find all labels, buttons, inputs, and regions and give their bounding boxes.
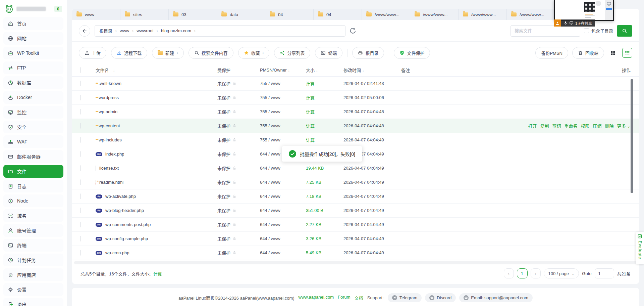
back-button[interactable] [79,25,90,37]
sidebar-item-database[interactable]: 数据库 [3,76,63,89]
recycle-bin-button[interactable]: 回收站 [572,47,604,59]
include-subdir-checkbox[interactable] [584,28,589,33]
file-size[interactable]: 5.49 KB [306,250,343,255]
sidebar-item-logout[interactable]: 退出 [3,298,63,306]
support-pill[interactable]: Discord [425,293,456,302]
file-size[interactable]: 计算 [306,94,343,101]
sidebar-item-terminal[interactable]: 终端 [3,239,63,252]
path-tab[interactable]: 04 [314,9,362,20]
row-action-2[interactable]: 复制 [540,123,549,129]
table-row[interactable]: readme.html 未保护 644 / www 7.25 KB 2026-0… [72,175,639,189]
path-tab[interactable]: /www/www... [459,9,507,20]
row-checkbox[interactable] [80,250,81,256]
root-directory-button[interactable]: 根目录 [352,47,384,59]
table-row[interactable]: .well-known 未保护 755 / www 计算 2026-04-07 … [72,77,639,91]
file-size[interactable]: 计算 [306,108,343,115]
sort-icon[interactable]: ↓ [113,68,115,72]
path-tab[interactable]: www [72,9,120,20]
list-view-button[interactable] [622,48,632,58]
path-tab[interactable]: sites [120,9,169,20]
upload-button[interactable]: 上传 [79,47,106,59]
table-row[interactable]: wp-admin 未保护 755 / www 计算 2026-04-07 04:… [72,105,639,119]
share-preview-thumbnail[interactable] [554,0,614,21]
goto-page-input[interactable] [595,268,614,278]
remote-download-button[interactable]: 远程下载 [111,47,147,59]
row-checkbox[interactable] [80,109,81,115]
compute-size-link[interactable]: 计算 [153,271,162,276]
table-row[interactable]: php wp-cron.php 未保护 644 / www 5.49 KB 20… [72,246,639,260]
footer-link[interactable]: Forum [338,295,351,301]
table-row[interactable]: php wp-config-sample.php 未保护 644 / www 3… [72,232,639,246]
file-name[interactable]: wp-content [99,123,120,128]
new-button[interactable]: 新建› [152,47,184,59]
terminal-button[interactable]: 终端 [315,47,342,59]
row-checkbox[interactable] [80,151,81,157]
file-size[interactable]: 7.25 KB [306,180,343,185]
table-row[interactable]: php wp-activate.php 未保护 644 / www 7.18 K… [72,189,639,204]
row-checkbox[interactable] [80,222,81,227]
sidebar-item-ftp[interactable]: FTP [3,61,63,74]
path-tab[interactable]: 04 [265,9,314,20]
footer-link[interactable]: www.aapanel.com [299,295,334,301]
path-tab[interactable]: /www/www... [362,9,410,20]
select-all-checkbox[interactable] [80,67,81,73]
share-list-button[interactable]: 分享列表 [274,47,310,59]
refresh-icon[interactable] [349,27,357,35]
sidebar-item-node[interactable]: Node [3,194,63,207]
sidebar-item-mail-server[interactable]: 邮件服务器 [3,150,63,163]
file-size[interactable]: 2.27 KB [306,222,343,227]
sidebar-item-account[interactable]: 账号管理 [3,224,63,237]
sidebar-item-files[interactable]: 文件 [3,165,63,178]
file-name[interactable]: license.txt [99,166,119,171]
current-page-button[interactable]: 1 [517,268,528,278]
sidebar-item-app-store[interactable]: 应用商店 [3,268,63,281]
favorites-button[interactable]: 收藏› [238,47,270,59]
file-protect-button[interactable]: 文件保护 [394,47,430,59]
row-action-5[interactable]: 权限 [581,123,589,129]
table-row[interactable]: php wp-blog-header.php 未保护 644 / www 351… [72,204,639,218]
sidebar-item-security[interactable]: 安全 [3,121,63,133]
sidebar-item-docker[interactable]: Docker [3,91,63,104]
file-name[interactable]: .well-known [99,81,121,86]
row-action-7[interactable]: 删除 [605,123,613,129]
sidebar-item-wp-toolkit[interactable]: WP Toolkit [3,47,63,59]
row-action-6[interactable]: 压缩 [593,123,601,129]
search-file-content-button[interactable]: 搜索文件内容 [189,47,233,59]
row-action-8[interactable]: 更多 ⌄ [617,123,631,129]
sidebar-item-domain[interactable]: 域名 [3,209,63,222]
file-size[interactable]: 计算 [306,80,343,87]
row-action-1[interactable]: 打开 [528,123,537,129]
sidebar-item-logs[interactable]: 日志 [3,180,63,192]
search-input[interactable] [511,25,580,37]
file-name[interactable]: wp-comments-post.php [105,222,151,227]
path-tab[interactable]: 03 [169,9,217,20]
file-name[interactable]: readme.html [99,180,123,185]
path-tab[interactable]: /www/www... [410,9,459,20]
file-size[interactable]: 计算 [306,123,343,129]
row-checkbox[interactable] [80,165,81,171]
table-row[interactable]: wordpress 未保护 755 / www 计算 2026-04-02 05… [72,91,639,105]
table-row[interactable]: php wp-comments-post.php 未保护 644 / www 2… [72,218,639,232]
grid-view-button[interactable] [608,48,618,58]
row-checkbox[interactable] [80,208,81,213]
next-page-button[interactable]: › [531,268,541,278]
sidebar-item-settings[interactable]: 设置 [3,283,63,296]
table-row[interactable]: wp-includes 未保护 755 / www 计算 2026-04-07 … [72,133,639,147]
footer-link[interactable]: 文档 [355,295,363,301]
file-name[interactable]: wp-blog-header.php [105,208,144,213]
breadcrumb-item[interactable]: 根目录 [99,28,112,34]
search-button[interactable] [617,25,632,37]
sidebar-item-cron[interactable]: 计划任务 [3,254,63,266]
sidebar-item-home[interactable]: 首页 [3,17,63,30]
path-tab[interactable]: data [217,9,265,20]
breadcrumb-item[interactable]: wwwroot [137,28,154,33]
path-tab[interactable]: /www/www... [507,9,555,20]
sidebar-item-monitor[interactable]: 监控 [3,106,63,119]
evaluate-tab[interactable]: Evaluate [636,232,644,264]
support-pill[interactable]: Telegram [388,293,422,302]
table-row[interactable]: license.txt 未保护 644 / www 19.44 KB 2026-… [72,161,639,175]
file-size[interactable]: 3.26 KB [306,236,343,241]
file-size[interactable]: 19.44 KB [306,166,343,171]
support-pill[interactable]: Email: support@aapanel.com [459,293,533,302]
file-name[interactable]: wp-config-sample.php [105,236,148,241]
